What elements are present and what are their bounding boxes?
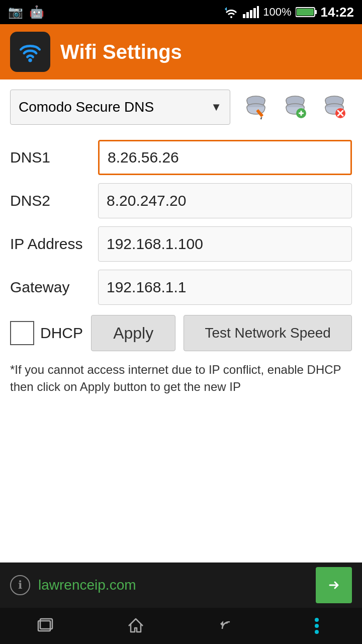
cell-signal-icon: [243, 6, 259, 18]
dns-profile-selected: Comodo Secure DNS: [19, 99, 154, 115]
dns2-row: DNS2: [10, 183, 352, 218]
wifi-logo-icon: [16, 38, 44, 66]
dns2-label: DNS2: [10, 192, 98, 209]
delete-profile-button[interactable]: [317, 90, 352, 125]
add-profile-button[interactable]: [278, 90, 313, 125]
svg-point-29: [315, 630, 319, 634]
dhcp-label: DHCP: [40, 325, 83, 342]
svg-point-0: [230, 16, 232, 18]
wifi-signal-icon: [224, 6, 239, 18]
svg-point-28: [315, 624, 319, 628]
dns1-input[interactable]: [98, 140, 352, 175]
svg-rect-4: [250, 10, 252, 18]
status-bar: 📷 🤖 100% 14:22: [0, 0, 362, 24]
dhcp-checkbox[interactable]: [10, 321, 34, 345]
svg-marker-14: [259, 117, 263, 120]
ad-navigate-button[interactable]: [316, 567, 352, 603]
svg-rect-2: [243, 14, 245, 18]
home-button[interactable]: [90, 608, 181, 644]
add-db-icon: [282, 94, 308, 120]
ip-address-input[interactable]: [98, 226, 352, 262]
camera-icon: 📷: [8, 5, 23, 19]
gateway-row: Gateway: [10, 270, 352, 305]
svg-marker-1: [225, 7, 227, 11]
home-icon: [127, 617, 145, 635]
toolbar-icons: [238, 90, 352, 125]
apply-button[interactable]: Apply: [91, 315, 175, 351]
dns2-input[interactable]: [98, 183, 352, 218]
battery-icon: [296, 7, 317, 18]
info-text: *If you cannot access internet due to IP…: [10, 361, 352, 395]
gateway-input[interactable]: [98, 270, 352, 305]
ad-bar: ℹ lawrenceip.com: [0, 562, 362, 608]
dns1-row: DNS1: [10, 140, 352, 175]
chevron-down-icon: ▼: [211, 101, 222, 114]
overflow-menu-icon: [314, 617, 320, 635]
navigation-bar: [0, 608, 362, 644]
dns-profile-dropdown[interactable]: Comodo Secure DNS ▼: [10, 90, 230, 125]
back-button[interactable]: [181, 608, 272, 644]
arrow-right-icon: [325, 576, 343, 594]
delete-db-icon: [321, 94, 347, 120]
recent-apps-button[interactable]: [0, 608, 90, 644]
svg-point-10: [28, 58, 32, 62]
recent-apps-icon: [36, 617, 54, 635]
menu-button[interactable]: [272, 608, 362, 644]
svg-rect-3: [246, 12, 249, 18]
ip-address-label: IP Address: [10, 235, 98, 253]
edit-profile-button[interactable]: [238, 90, 274, 125]
app-logo: [10, 32, 50, 72]
app-title: Wifi Settings: [60, 41, 182, 63]
dhcp-checkbox-group: DHCP: [10, 321, 83, 345]
ad-info-icon: ℹ: [10, 575, 30, 595]
back-icon: [217, 617, 235, 635]
dns-profile-row: Comodo Secure DNS ▼: [10, 90, 352, 125]
ad-url: lawrenceip.com: [38, 577, 316, 593]
android-icon: 🤖: [29, 5, 44, 19]
gateway-label: Gateway: [10, 279, 98, 296]
time-display: 14:22: [321, 5, 354, 20]
action-row: DHCP Apply Test Network Speed: [10, 315, 352, 351]
svg-point-27: [315, 618, 319, 622]
ip-address-row: IP Address: [10, 226, 352, 262]
dns1-label: DNS1: [10, 149, 98, 166]
svg-rect-6: [257, 6, 259, 18]
svg-rect-19: [301, 111, 302, 116]
app-header: Wifi Settings: [0, 24, 362, 79]
svg-rect-5: [253, 8, 256, 18]
test-network-speed-button[interactable]: Test Network Speed: [184, 315, 352, 351]
status-icons: 100% 14:22: [224, 5, 354, 20]
edit-db-icon: [243, 94, 269, 120]
svg-rect-9: [297, 9, 314, 16]
svg-rect-8: [315, 10, 317, 14]
battery-text: 100%: [263, 6, 291, 19]
main-content: Comodo Secure DNS ▼: [0, 79, 362, 644]
status-bar-left: 📷 🤖: [8, 5, 44, 19]
